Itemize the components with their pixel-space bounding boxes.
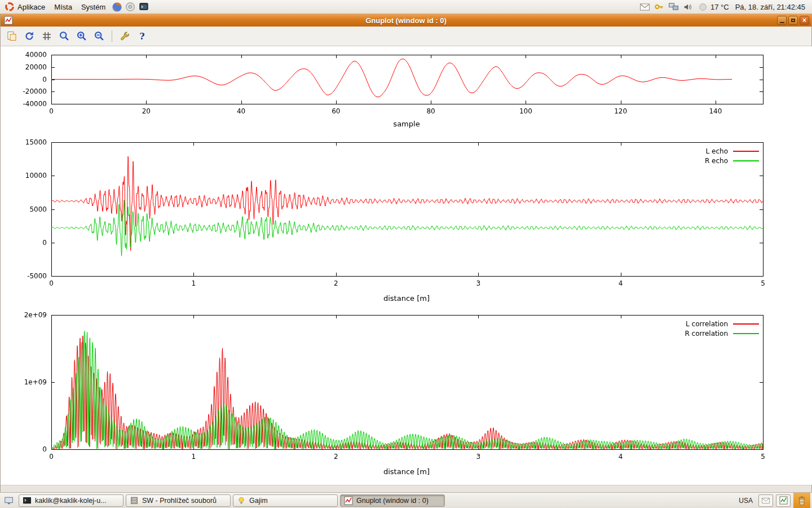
legend-item-l-echo: L echo (705, 146, 759, 156)
help-button[interactable]: ? (134, 29, 150, 43)
task-label-gajim: Gajim (249, 497, 268, 505)
network-icon[interactable] (668, 2, 679, 11)
zoom-next-button[interactable] (74, 29, 90, 43)
legend-label-r-correlation: R correlation (685, 330, 728, 338)
menu-applications-label: Aplikace (17, 3, 45, 11)
firefox-icon (112, 2, 122, 12)
task-gnuplot-icon (344, 496, 353, 505)
toolbar: ? (1, 27, 811, 46)
xlabel-sample: sample (1, 120, 812, 128)
task-terminal-icon (23, 496, 32, 505)
replot-button[interactable] (21, 29, 37, 43)
help-ring-icon (125, 2, 135, 12)
help-launcher[interactable] (123, 0, 137, 14)
task-label-file-browser: SW - Prohlížeč souborů (142, 497, 217, 505)
trash-icon (797, 495, 807, 506)
gnuplot-window: Gnuplot (window id : 0) × (0, 14, 812, 492)
keyring-icon[interactable] (654, 2, 664, 12)
zoom-previous-icon (59, 30, 70, 42)
legend-line-r-echo (733, 160, 759, 161)
window-title: Gnuplot (window id : 0) (1, 16, 811, 25)
wrench-icon (119, 30, 130, 42)
plot-canvas[interactable] (1, 46, 812, 485)
legend-line-l-correlation (733, 323, 759, 325)
temperature-label: 17 °C (710, 3, 729, 11)
autoscale-button[interactable] (91, 29, 107, 43)
task-label-terminal: kaklik@kaklik-kolej-u... (35, 497, 107, 505)
task-button-gajim[interactable]: Gajim (233, 494, 338, 507)
grid-icon (41, 30, 52, 42)
keyboard-layout-indicator[interactable]: USA (736, 497, 756, 505)
legend-item-l-correlation: L correlation (685, 319, 759, 329)
maximize-button[interactable] (788, 16, 798, 25)
task-button-terminal[interactable]: kaklik@kaklik-kolej-u... (19, 494, 123, 507)
toolbar-separator (112, 30, 112, 42)
panel-tray: 17 °C Pá, 18. září, 21:42:45 (639, 0, 812, 14)
task-file-manager-icon (130, 496, 139, 505)
terminal-launcher[interactable] (137, 0, 151, 14)
legend-label-l-correlation: L correlation (686, 320, 728, 328)
copy-button[interactable] (4, 29, 20, 43)
legend-item-r-correlation: R correlation (685, 329, 759, 338)
show-desktop-icon (4, 496, 14, 506)
titlebar[interactable]: Gnuplot (window id : 0) × (1, 14, 811, 27)
panel-menus: Aplikace Místa Systém (0, 0, 151, 14)
weather-icon (698, 2, 708, 12)
task-button-gnuplot[interactable]: Gnuplot (window id : 0) (340, 494, 445, 507)
task-gajim-icon (237, 496, 246, 505)
desktop: Aplikace Místa Systém (0, 0, 812, 508)
terminal-icon (139, 2, 149, 12)
help-icon: ? (139, 31, 144, 42)
maximize-icon (791, 19, 795, 22)
mail-icon[interactable] (639, 3, 650, 11)
legend-label-l-echo: L echo (706, 147, 728, 155)
show-desktop-button[interactable] (2, 494, 16, 507)
zoom-previous-button[interactable] (56, 29, 72, 43)
tray-mail-icon (761, 497, 770, 504)
volume-icon[interactable] (683, 2, 693, 12)
legend-echo: L echo R echo (705, 146, 759, 165)
plot-area: sample distance [m] distance [m] L echo … (1, 46, 812, 485)
settings-button[interactable] (117, 29, 133, 43)
firefox-launcher[interactable] (110, 0, 123, 14)
replot-icon (24, 30, 35, 42)
close-icon: × (802, 17, 806, 24)
minimize-button[interactable] (777, 16, 787, 25)
xlabel-distance-echo: distance [m] (1, 294, 812, 303)
grid-button[interactable] (39, 29, 55, 43)
legend-line-r-correlation (733, 333, 759, 334)
task-button-file-browser[interactable]: SW - Prohlížeč souborů (126, 494, 231, 507)
tray-gnuplot-icon (779, 496, 788, 505)
xlabel-distance-correlation: distance [m] (1, 467, 812, 476)
zoom-next-icon (76, 30, 87, 42)
clock-applet[interactable]: Pá, 18. září, 21:42:45 (734, 0, 806, 14)
weather-applet[interactable]: 17 °C (697, 0, 730, 14)
task-label-gnuplot: Gnuplot (window id : 0) (356, 497, 429, 505)
bottom-panel: kaklik@kaklik-kolej-u... SW - Prohlížeč … (0, 492, 812, 508)
ubuntu-logo-icon (5, 2, 15, 12)
legend-correlation: L correlation R correlation (685, 319, 759, 338)
tray-mail[interactable] (758, 494, 773, 507)
clock-label: Pá, 18. září, 21:42:45 (735, 3, 805, 11)
legend-item-r-echo: R echo (705, 156, 759, 165)
trash-button[interactable] (793, 493, 810, 508)
legend-label-r-echo: R echo (705, 157, 728, 165)
menu-system[interactable]: Systém (77, 0, 110, 14)
minimize-icon (780, 22, 784, 23)
autoscale-icon (94, 30, 105, 42)
menu-places[interactable]: Místa (50, 0, 77, 14)
top-panel: Aplikace Místa Systém (0, 0, 812, 14)
menu-system-label: Systém (81, 3, 105, 11)
copy-icon (6, 30, 17, 42)
taskbar-tray: USA (736, 493, 810, 508)
tray-gnuplot[interactable] (776, 494, 791, 507)
window-controls: × (777, 16, 809, 25)
menu-applications[interactable]: Aplikace (0, 0, 50, 14)
menu-places-label: Místa (54, 3, 72, 11)
legend-line-l-echo (733, 151, 759, 152)
close-button[interactable]: × (800, 16, 809, 25)
